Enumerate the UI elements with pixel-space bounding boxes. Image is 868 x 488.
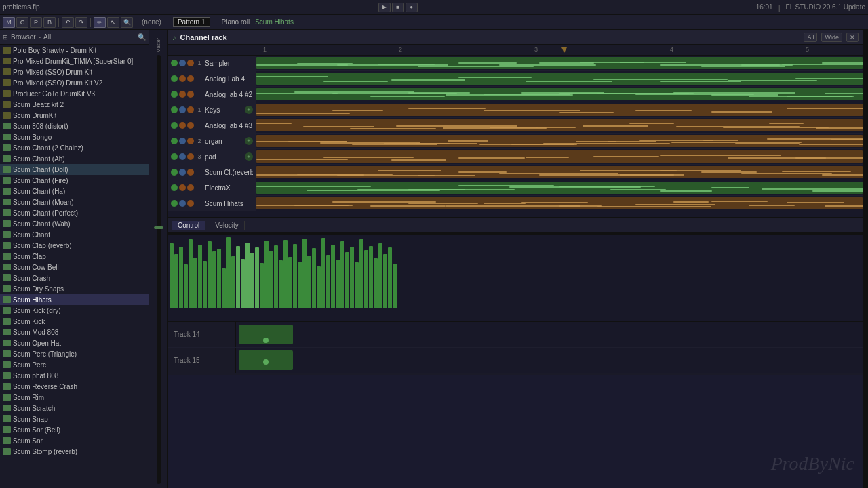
sidebar-item-27[interactable]: Scum Open Hat	[0, 338, 149, 348]
sidebar-search-btn[interactable]: 🔍	[138, 33, 146, 41]
ch-led-green-1[interactable]	[171, 75, 178, 82]
sidebar-item-14[interactable]: Scum Chant (Moan)	[0, 197, 149, 207]
sidebar-item-2[interactable]: Pro Mixed (SSO) Drum Kit	[0, 66, 149, 77]
toolbar-piano-btn[interactable]: P	[30, 17, 42, 28]
toolbar-undo-btn[interactable]: ↶	[62, 17, 74, 28]
channel-rack-close-btn[interactable]: ✕	[846, 33, 859, 42]
sidebar-item-21[interactable]: Scum Crash	[0, 272, 149, 283]
sidebar-item-3[interactable]: Pro Mixed (SSO) Drum Kit V2	[0, 77, 149, 88]
toolbar-channel-btn[interactable]: C	[16, 17, 28, 28]
sidebar-item-10[interactable]: Scum Chant (Ah)	[0, 153, 149, 164]
ch-led-mute-0[interactable]	[179, 60, 186, 66]
ch-led-mute-1[interactable]	[179, 75, 186, 82]
sidebar-item-32[interactable]: Scum Rim	[0, 392, 149, 403]
timeline-ruler: 1 2 3 4 5	[168, 45, 863, 56]
channel-rack-all-btn[interactable]: All	[804, 33, 817, 42]
sidebar-item-29[interactable]: Scum Perc	[0, 359, 149, 370]
note-line-6-2	[391, 159, 447, 161]
ch-led-green-6[interactable]	[171, 153, 178, 160]
ch-led-green-0[interactable]	[171, 60, 178, 66]
sidebar-item-6[interactable]: Scum DrumKit	[0, 110, 149, 121]
ch-led-mute-3[interactable]	[179, 106, 186, 113]
sidebar-item-16[interactable]: Scum Chant (Wah)	[0, 218, 149, 229]
ch-led-solo-5[interactable]	[187, 138, 194, 144]
ch-led-green-8[interactable]	[171, 184, 178, 191]
sidebar-item-37[interactable]: Scum Stomp (reverb)	[0, 446, 149, 457]
sidebar-item-icon-3	[3, 79, 11, 86]
sidebar-item-4[interactable]: Producer GoTo DrumKit V3	[0, 88, 149, 99]
sidebar-item-20[interactable]: Scum Cow Bell	[0, 262, 149, 272]
sidebar-item-5[interactable]: Scum Beatz kit 2	[0, 99, 149, 110]
sidebar-item-18[interactable]: Scum Clap (reverb)	[0, 240, 149, 251]
ch-plus-6[interactable]: +	[245, 152, 253, 161]
ch-led-green-5[interactable]	[171, 138, 178, 144]
pr-tab-velocity[interactable]: Velocity	[210, 221, 244, 230]
sidebar-item-9[interactable]: Scum Chant (2 Chainz)	[0, 142, 149, 153]
sidebar-item-8[interactable]: Scum Bongo	[0, 131, 149, 142]
pr-tab-control[interactable]: Control	[172, 221, 205, 230]
sidebar-item-34[interactable]: Scum Snap	[0, 413, 149, 424]
mixer-label: Master	[156, 38, 161, 52]
main-scrollbar[interactable]	[863, 30, 868, 488]
ch-led-green-7[interactable]	[171, 169, 178, 176]
ch-led-mute-2[interactable]	[179, 91, 186, 98]
ch-led-solo-6[interactable]	[187, 153, 194, 160]
sidebar-item-24[interactable]: Scum Kick (dry)	[0, 305, 149, 316]
ch-led-solo-4[interactable]	[187, 122, 194, 129]
ch-led-green-4[interactable]	[171, 122, 178, 129]
sidebar-item-0[interactable]: Polo Boy Shawty - Drum Kit	[0, 45, 149, 56]
sidebar-item-17[interactable]: Scum Chant	[0, 229, 149, 240]
ch-led-mute-5[interactable]	[179, 138, 186, 144]
mixer-fader-track[interactable]	[157, 55, 161, 484]
sidebar-item-15[interactable]: Scum Chant (Perfect)	[0, 207, 149, 218]
note-line-2-14	[787, 96, 852, 97]
pattern-display[interactable]: Pattern 1	[173, 17, 210, 27]
sidebar-item-33[interactable]: Scum Scratch	[0, 403, 149, 413]
sidebar-browser-btn[interactable]: ⊞	[3, 34, 8, 41]
toolbar-draw-btn[interactable]: ✏	[94, 17, 106, 28]
sidebar-item-19[interactable]: Scum Clap	[0, 251, 149, 262]
sidebar-item-7[interactable]: Scum 808 (distort)	[0, 121, 149, 131]
sidebar-item-36[interactable]: Scum Snr	[0, 435, 149, 446]
ch-led-solo-9[interactable]	[187, 200, 194, 207]
ch-led-solo-1[interactable]	[187, 75, 194, 82]
sidebar-item-22[interactable]: Scum Dry Snaps	[0, 283, 149, 294]
ch-led-mute-9[interactable]	[179, 200, 186, 207]
ch-led-green-3[interactable]	[171, 106, 178, 113]
ch-led-solo-7[interactable]	[187, 169, 194, 176]
ch-led-mute-8[interactable]	[179, 184, 186, 191]
ch-led-solo-3[interactable]	[187, 106, 194, 113]
record-btn[interactable]: ●	[406, 3, 418, 12]
ch-led-solo-8[interactable]	[187, 184, 194, 191]
sidebar-item-13[interactable]: Scum Chant (Ha)	[0, 186, 149, 197]
sidebar-item-26[interactable]: Scum Mod 808	[0, 327, 149, 338]
ch-led-mute-7[interactable]	[179, 169, 186, 176]
ch-led-mute-4[interactable]	[179, 122, 186, 129]
sidebar-item-1[interactable]: Pro Mixed DrumKit_TIMIA [SuperStar 0]	[0, 56, 149, 66]
channel-rack-wide-btn[interactable]: Wide	[821, 33, 842, 42]
sidebar-item-28[interactable]: Scum Perc (Triangle)	[0, 348, 149, 359]
ch-led-solo-0[interactable]	[187, 60, 194, 66]
toolbar-select-btn[interactable]: ↖	[107, 17, 119, 28]
ch-plus-3[interactable]: +	[245, 106, 253, 114]
sidebar-item-31[interactable]: Scum Reverse Crash	[0, 381, 149, 392]
sidebar-item-icon-31	[3, 383, 11, 390]
mixer-fader-handle[interactable]	[154, 226, 163, 229]
sidebar-item-23[interactable]: Scum Hihats	[0, 294, 149, 305]
ch-led-solo-2[interactable]	[187, 91, 194, 98]
toolbar-zoom-btn[interactable]: 🔍	[121, 17, 133, 28]
ch-led-green-2[interactable]	[171, 91, 178, 98]
toolbar-mixer-btn[interactable]: M	[3, 17, 15, 28]
ch-led-green-9[interactable]	[171, 200, 178, 207]
toolbar-browser-btn[interactable]: B	[43, 17, 56, 28]
sidebar-item-35[interactable]: Scum Snr (Bell)	[0, 424, 149, 435]
play-btn[interactable]: ▶	[378, 3, 391, 12]
stop-btn[interactable]: ■	[392, 3, 404, 12]
sidebar-item-25[interactable]: Scum Kick	[0, 316, 149, 327]
sidebar-item-11[interactable]: Scum Chant (Doll)	[0, 164, 149, 175]
toolbar-redo-btn[interactable]: ↷	[75, 17, 87, 28]
sidebar-item-30[interactable]: Scum phat 808	[0, 370, 149, 381]
sidebar-item-12[interactable]: Scum Chant (Fire)	[0, 175, 149, 186]
ch-plus-5[interactable]: +	[245, 137, 253, 145]
ch-led-mute-6[interactable]	[179, 153, 186, 160]
